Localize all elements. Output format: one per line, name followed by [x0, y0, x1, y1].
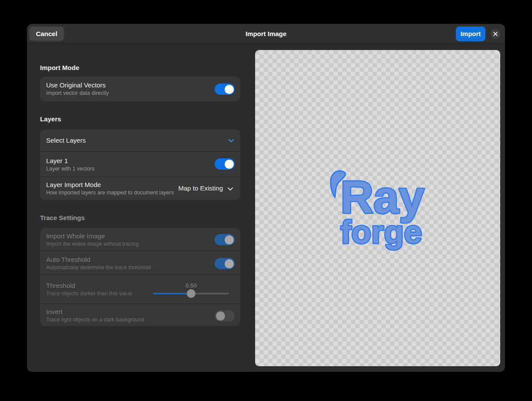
svg-text:forge: forge [340, 214, 422, 250]
